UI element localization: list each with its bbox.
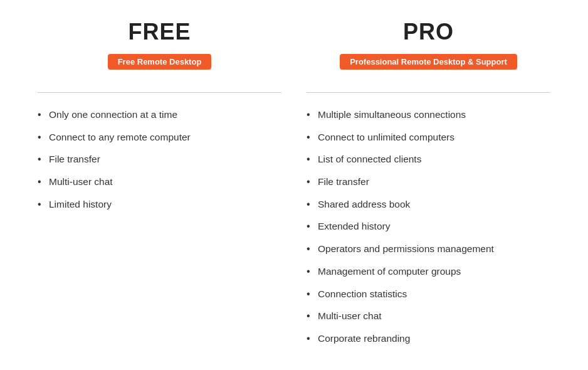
list-item: Extended history bbox=[307, 219, 550, 233]
list-item: Corporate rebranding bbox=[307, 332, 550, 346]
list-item: File transfer bbox=[38, 152, 281, 166]
list-item: Operators and permissions management bbox=[307, 242, 550, 256]
pro-feature-list: Multiple simultaneous connectionsConnect… bbox=[307, 108, 550, 346]
free-badge-wrapper: Free Remote Desktop bbox=[38, 54, 281, 81]
free-column: FREE Free Remote Desktop Only one connec… bbox=[25, 19, 294, 354]
pro-badge-wrapper: Professional Remote Desktop & Support bbox=[307, 54, 550, 81]
list-item: Only one connection at a time bbox=[38, 108, 281, 122]
list-item: Multiple simultaneous connections bbox=[307, 108, 550, 122]
pro-badge: Professional Remote Desktop & Support bbox=[340, 54, 517, 70]
list-item: Connect to any remote computer bbox=[38, 130, 281, 144]
list-item: Multi-user chat bbox=[38, 175, 281, 189]
list-item: Connect to unlimited computers bbox=[307, 130, 550, 144]
pro-divider bbox=[307, 92, 550, 93]
list-item: Shared address book bbox=[307, 198, 550, 211]
free-feature-list: Only one connection at a timeConnect to … bbox=[38, 108, 281, 211]
list-item: Management of computer groups bbox=[307, 265, 550, 278]
list-item: List of connected clients bbox=[307, 152, 550, 166]
free-divider bbox=[38, 92, 281, 93]
list-item: Multi-user chat bbox=[307, 309, 550, 323]
pro-column: PRO Professional Remote Desktop & Suppor… bbox=[294, 19, 563, 354]
list-item: Connection statistics bbox=[307, 287, 550, 301]
free-badge: Free Remote Desktop bbox=[108, 54, 212, 70]
comparison-container: FREE Free Remote Desktop Only one connec… bbox=[25, 19, 563, 354]
pro-title: PRO bbox=[307, 19, 550, 45]
list-item: File transfer bbox=[307, 175, 550, 189]
list-item: Limited history bbox=[38, 198, 281, 211]
free-title: FREE bbox=[38, 19, 281, 45]
